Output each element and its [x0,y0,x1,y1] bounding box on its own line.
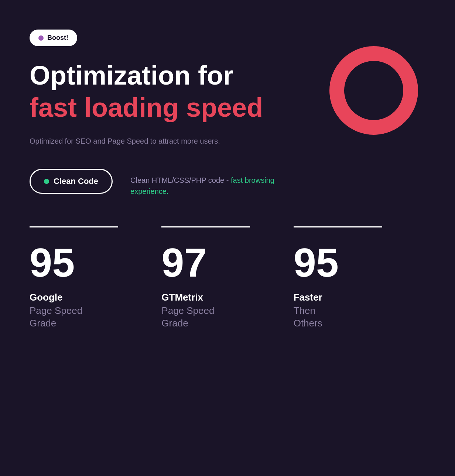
hero-section: Optimization for fast loading speed Opti… [30,61,425,147]
clean-code-description-plain: Clean HTML/CSS/PHP code - [130,176,231,184]
stat-divider-3 [294,226,382,227]
ring-decoration [329,46,418,135]
stat-label-secondary-google: Page SpeedGrade [30,305,147,330]
boost-dot-icon [38,35,44,41]
stat-item-faster: 95 Faster ThenOthers [294,226,425,330]
stat-item-google: 95 Google Page SpeedGrade [30,226,161,330]
headline-pink: fast loading speed [30,93,281,122]
clean-code-dot-icon [44,179,49,184]
stat-divider-2 [161,226,250,227]
stat-number-google: 95 [30,242,147,283]
stat-label-primary-gtmetrix: GTMetrix [161,292,278,303]
ring-circle-icon [329,46,418,135]
stat-divider-1 [30,226,118,227]
subtitle: Optimized for SEO and Page Speed to attr… [30,136,281,147]
stat-item-gtmetrix: 97 GTMetrix Page SpeedGrade [161,226,293,330]
clean-code-button-label: Clean Code [54,177,98,186]
page-container: Boost! Optimization for fast loading spe… [0,0,455,476]
hero-content: Optimization for fast loading speed Opti… [30,61,281,147]
stats-section: 95 Google Page SpeedGrade 97 GTMetrix Pa… [30,226,425,330]
boost-badge[interactable]: Boost! [30,30,77,46]
clean-code-section: Clean Code Clean HTML/CSS/PHP code - fas… [30,169,425,197]
boost-label: Boost! [47,34,68,42]
stat-number-faster: 95 [294,242,411,283]
stat-label-primary-faster: Faster [294,292,411,303]
clean-code-description: Clean HTML/CSS/PHP code - fast browsing … [130,169,293,197]
headline-white: Optimization for [30,61,281,90]
stat-label-secondary-faster: ThenOthers [294,305,411,330]
clean-code-button[interactable]: Clean Code [30,169,113,194]
stat-number-gtmetrix: 97 [161,242,278,283]
stat-label-primary-google: Google [30,292,147,303]
stat-label-secondary-gtmetrix: Page SpeedGrade [161,305,278,330]
